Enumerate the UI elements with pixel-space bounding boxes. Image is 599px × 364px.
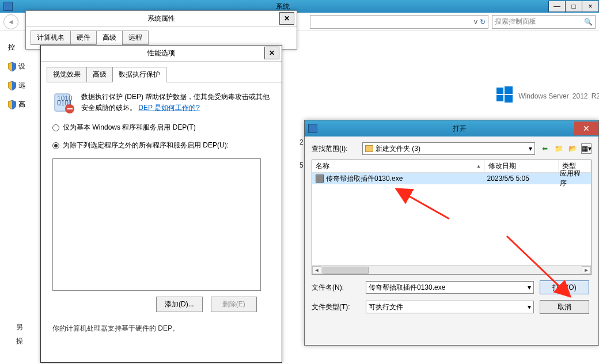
close-button[interactable]: ✕: [279, 12, 294, 25]
back-icon[interactable]: ⬅: [540, 143, 550, 154]
radio-label: 为除下列选定程序之外的所有程序和服务启用 DEP(U):: [63, 141, 229, 150]
windows-server-brand: Windows Server 2012 R2: [496, 86, 599, 103]
tab-dep[interactable]: 数据执行保护: [112, 67, 166, 82]
back-button[interactable]: ◄: [3, 14, 18, 29]
file-type: 应用程序: [556, 169, 591, 188]
sort-asc-icon: ▲: [476, 164, 481, 169]
scroll-left-icon[interactable]: ◄: [312, 266, 321, 274]
svg-rect-2: [496, 95, 503, 101]
radio-icon: [52, 124, 59, 131]
view-menu-icon[interactable]: ▦▾: [581, 143, 592, 154]
system-icon: [3, 2, 13, 11]
dep-footnote: 你的计算机处理器支持基于硬件的 DEP。: [52, 324, 270, 333]
sidebar-item[interactable]: 设: [8, 62, 25, 71]
exe-file-icon: [316, 175, 324, 183]
chevron-down-icon: ▾: [529, 145, 532, 153]
dialog-title: 性能选项: [147, 48, 175, 58]
system-properties-dialog: 系统属性 ✕ 计算机名 硬件 高级 远程: [25, 10, 297, 50]
svg-rect-3: [505, 95, 513, 103]
address-bar[interactable]: v ↻: [310, 15, 488, 29]
file-date: 2023/5/5 5:05: [483, 175, 556, 183]
tab-computer-name[interactable]: 计算机名: [31, 31, 71, 45]
search-placeholder: 搜索控制面板: [495, 17, 536, 26]
svg-rect-0: [496, 88, 503, 94]
close-button[interactable]: ×: [582, 1, 599, 12]
shield-icon: [8, 81, 16, 90]
bg-text: 2: [300, 138, 304, 146]
sysprops-tabs: 计算机名 硬件 高级 远程: [31, 31, 297, 45]
control-panel-sidebar: 控 设 远 高: [8, 43, 25, 109]
refresh-icon[interactable]: ↻: [480, 18, 486, 26]
remove-button: 删除(E): [211, 297, 257, 312]
search-input[interactable]: 搜索控制面板 🔍: [492, 15, 596, 29]
filetype-label: 文件类型(T):: [312, 302, 360, 312]
new-folder-icon[interactable]: 📂: [567, 143, 578, 154]
tab-remote[interactable]: 远程: [122, 31, 149, 45]
tab-advanced[interactable]: 高级: [96, 31, 123, 45]
close-button[interactable]: ✕: [574, 122, 598, 135]
scroll-right-icon[interactable]: ►: [582, 266, 591, 274]
file-list-pane: 名称 ▲ 修改日期 类型 传奇帮抬取插件0130.exe 2023/5/5 5:…: [312, 160, 592, 275]
scroll-thumb[interactable]: [323, 267, 369, 274]
cancel-button[interactable]: 取消: [540, 300, 589, 314]
tab-hardware[interactable]: 硬件: [70, 31, 97, 45]
column-name[interactable]: 名称 ▲: [312, 160, 485, 172]
bg-text: 5: [300, 161, 304, 169]
filename-value: 传奇帮抬取插件0130.exe: [369, 283, 445, 293]
file-name: 传奇帮抬取插件0130.exe: [326, 174, 403, 184]
dep-radio-basic[interactable]: 仅为基本 Windows 程序和服务启用 DEP(T): [52, 123, 270, 132]
up-folder-icon[interactable]: 📁: [553, 143, 564, 154]
tab-advanced[interactable]: 高级: [86, 67, 113, 82]
brand-text: Windows Server 2012 R2: [518, 87, 599, 102]
filename-label: 文件名(N):: [312, 283, 360, 293]
radio-label: 仅为基本 Windows 程序和服务启用 DEP(T): [63, 123, 196, 132]
search-icon: 🔍: [584, 18, 593, 26]
lookup-label: 查找范围(I):: [312, 144, 358, 154]
folder-icon: [365, 145, 373, 152]
sidebar-item[interactable]: 高: [8, 100, 25, 109]
bg-text: 另: [16, 323, 23, 332]
file-list-header: 名称 ▲ 修改日期 类型: [312, 160, 591, 173]
sidebar-item[interactable]: 远: [8, 81, 25, 90]
radio-icon: [52, 142, 59, 149]
lookup-folder-combo[interactable]: 新建文件夹 (3) ▾: [362, 142, 535, 155]
filename-combo[interactable]: 传奇帮抬取插件0130.exe ▾: [366, 281, 534, 294]
close-button[interactable]: ✕: [264, 47, 279, 59]
folder-name: 新建文件夹 (3): [376, 144, 420, 154]
dep-shield-icon: 1010 0101: [52, 92, 75, 115]
dep-help-link[interactable]: DEP 是如何工作的?: [138, 104, 199, 112]
performance-options-dialog: 性能选项 ✕ 视觉效果 高级 数据执行保护 1010 0101 数据执行保护 (…: [40, 45, 282, 363]
chevron-down-icon: v: [474, 18, 477, 26]
dep-exclude-listbox[interactable]: [52, 158, 261, 291]
dep-radio-all[interactable]: 为除下列选定程序之外的所有程序和服务启用 DEP(U):: [52, 141, 270, 150]
chevron-down-icon: ▾: [528, 303, 531, 311]
tab-visual-effects[interactable]: 视觉效果: [47, 67, 87, 82]
dialog-title: 打开: [321, 124, 598, 134]
system-window-title: 系统: [16, 2, 549, 12]
bg-text: 操: [16, 336, 23, 346]
horizontal-scrollbar[interactable]: ◄ ►: [312, 265, 591, 274]
dialog-titlebar: 性能选项 ✕: [41, 46, 282, 62]
perf-tabs: 视觉效果 高级 数据执行保护: [47, 66, 282, 82]
file-row[interactable]: 传奇帮抬取插件0130.exe 2023/5/5 5:05 应用程序: [312, 173, 591, 184]
dialog-titlebar: 系统属性 ✕: [26, 11, 297, 27]
svg-rect-1: [505, 86, 513, 94]
filetype-value: 可执行文件: [369, 302, 403, 312]
dep-description: 数据执行保护 (DEP) 帮助保护数据，使其免受病毒攻击或其他安全威胁的破坏。 …: [81, 92, 270, 115]
svg-rect-8: [67, 108, 73, 109]
dialog-titlebar: 打开 ✕: [305, 120, 598, 136]
maximize-button[interactable]: □: [565, 1, 582, 12]
filetype-combo[interactable]: 可执行文件 ▾: [366, 301, 534, 313]
column-date[interactable]: 修改日期: [485, 160, 559, 172]
app-icon: [308, 124, 317, 133]
chevron-down-icon: ▾: [528, 283, 531, 291]
windows-logo-icon: [496, 86, 513, 103]
add-button[interactable]: 添加(D)...: [156, 297, 203, 312]
open-file-dialog: 打开 ✕ 查找范围(I): 新建文件夹 (3) ▾ ⬅ 📁 📂 ▦▾ 名称 ▲: [304, 120, 599, 346]
shield-icon: [8, 100, 16, 109]
shield-icon: [8, 62, 16, 71]
sidebar-item[interactable]: 控: [8, 43, 25, 52]
minimize-button[interactable]: —: [548, 1, 566, 12]
dialog-title: 系统属性: [147, 14, 175, 24]
open-button[interactable]: 打开(O): [540, 280, 589, 294]
